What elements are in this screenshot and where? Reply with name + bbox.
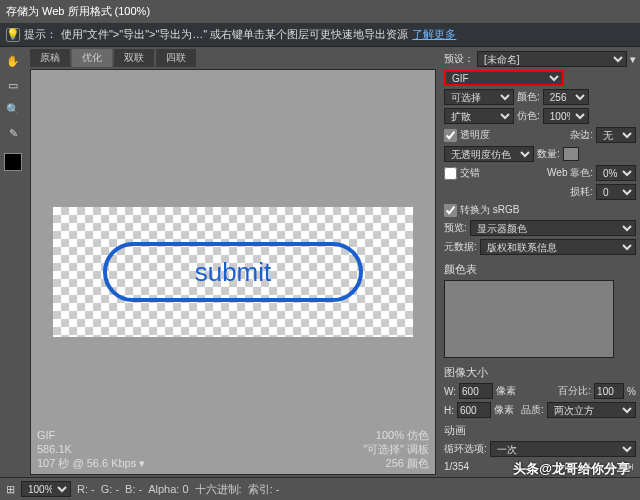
dither-select[interactable]: 扩散: [444, 108, 514, 124]
transparency-checkbox[interactable]: [444, 129, 457, 142]
loop-select[interactable]: 一次: [490, 441, 636, 457]
zoom-tool-icon[interactable]: 🔍: [3, 99, 23, 119]
preset-label: 预设：: [444, 52, 474, 66]
learn-more-link[interactable]: 了解更多: [412, 27, 456, 42]
srgb-checkbox[interactable]: [444, 204, 457, 217]
eyedropper-tool-icon[interactable]: ✎: [3, 123, 23, 143]
amount-swatch: [563, 147, 579, 161]
color-table-label: 颜色表: [444, 262, 636, 277]
canvas-info-left: GIF 586.1K 107 秒 @ 56.6 Kbps ▾: [37, 428, 145, 470]
reduction-select[interactable]: 可选择: [444, 89, 514, 105]
animation-label: 动画: [444, 423, 636, 438]
hint-label: 提示：: [24, 27, 57, 42]
hint-bar: 💡 提示： 使用"文件">"导出">"导出为…" 或右键单击某个图层可更快速地导…: [0, 23, 640, 47]
height-input[interactable]: [457, 402, 491, 418]
tab-original[interactable]: 原稿: [30, 49, 70, 67]
bulb-icon: 💡: [6, 28, 20, 42]
tab-4up[interactable]: 四联: [156, 49, 196, 67]
websnap-select[interactable]: 0%: [596, 165, 636, 181]
canvas-info-right: 100% 仿色 "可选择" 调板 256 颜色: [363, 428, 429, 470]
zoom-select[interactable]: 100%: [21, 481, 71, 497]
view-tabs: 原稿 优化 双联 四联: [26, 47, 440, 67]
frame-counter: 1/354: [444, 461, 469, 472]
colors-select[interactable]: 256: [543, 89, 589, 105]
settings-panel: 预设： [未命名] ▾ GIF 可选择 颜色: 256 扩散 仿色: 100% …: [440, 47, 640, 477]
checker-bg: submit: [53, 207, 413, 337]
dither-value-select[interactable]: 100%: [543, 108, 589, 124]
tab-optimized[interactable]: 优化: [72, 49, 112, 67]
grid-icon[interactable]: ⊞: [6, 483, 15, 496]
foreground-swatch[interactable]: [4, 153, 22, 171]
tab-2up[interactable]: 双联: [114, 49, 154, 67]
slice-tool-icon[interactable]: ▭: [3, 75, 23, 95]
window-title: 存储为 Web 所用格式 (100%): [0, 0, 640, 23]
hand-tool-icon[interactable]: ✋: [3, 51, 23, 71]
image-size-label: 图像大小: [444, 365, 636, 380]
submit-button-graphic: submit: [103, 242, 363, 302]
quality-select[interactable]: 两次立方: [547, 402, 636, 418]
preset-select[interactable]: [未命名]: [477, 51, 627, 67]
percent-input[interactable]: [594, 383, 624, 399]
tool-column: ✋ ▭ 🔍 ✎: [0, 47, 26, 477]
width-input[interactable]: [459, 383, 493, 399]
trans-dither-select[interactable]: 无透明度仿色: [444, 146, 534, 162]
preview-canvas: submit GIF 586.1K 107 秒 @ 56.6 Kbps ▾ 10…: [30, 69, 436, 475]
matte-select[interactable]: 无: [596, 127, 636, 143]
color-table[interactable]: [444, 280, 614, 358]
interlace-checkbox[interactable]: [444, 167, 457, 180]
format-select[interactable]: GIF: [444, 70, 564, 86]
meta-select[interactable]: 版权和联系信息: [480, 239, 636, 255]
status-bar: ⊞ 100% R: - G: - B: - Alpha: 0 十六进制: 索引:…: [0, 477, 640, 500]
lossy-select[interactable]: 0: [596, 184, 636, 200]
preset-menu-icon[interactable]: ▾: [630, 53, 636, 66]
hint-text: 使用"文件">"导出">"导出为…" 或右键单击某个图层可更快速地导出资源: [61, 27, 408, 42]
preview-select[interactable]: 显示器颜色: [470, 220, 636, 236]
watermark: 头条@龙哥给你分享: [513, 460, 630, 478]
